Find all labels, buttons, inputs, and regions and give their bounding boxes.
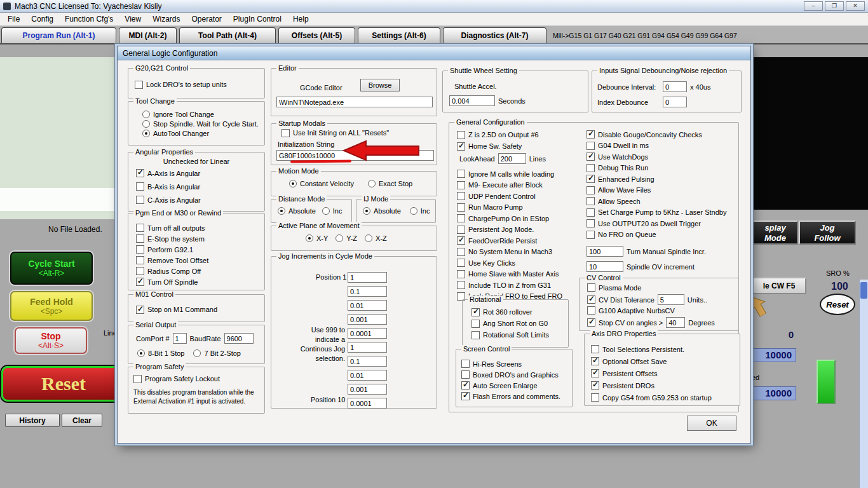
jog-increment-input-5[interactable] — [348, 328, 387, 339]
clear-button[interactable]: Clear — [62, 414, 102, 427]
checkbox-program-safety-lockout[interactable]: Program Safety Lockout — [133, 374, 220, 384]
checkbox-udp-pendent-control[interactable]: UDP Pendent Control — [457, 191, 562, 202]
jog-follow-button[interactable]: Jog Follow — [799, 220, 856, 245]
shuttle-accel-input[interactable] — [449, 95, 495, 106]
lookahead-input[interactable] — [498, 153, 526, 164]
jog-increment-input-6[interactable] — [348, 342, 387, 353]
menu-help[interactable]: Help — [287, 15, 315, 24]
menu-config[interactable]: Config — [25, 15, 59, 24]
scrollbar-thumb[interactable] — [860, 282, 867, 299]
spindle-cw-button[interactable]: le CW F5 — [752, 278, 806, 294]
radio-stop-spindle-wait-for-cycle-start[interactable]: Stop Spindle. Wait for Cycle Start. — [142, 119, 259, 128]
checkbox-persistent-jog-mode[interactable]: Persistent Jog Mode. — [457, 224, 562, 236]
radio-exact-stop[interactable]: Exact Stop — [368, 180, 412, 187]
display-mode-button[interactable]: splay Mode — [752, 220, 798, 245]
editor-path-input[interactable] — [276, 97, 433, 107]
menu-wizards[interactable]: Wizards — [147, 15, 186, 24]
checkbox-optional-offset-save[interactable]: Optional Offset Save — [591, 355, 712, 367]
menu-view[interactable]: View — [119, 15, 147, 24]
spindle-speed-slider[interactable] — [817, 360, 836, 404]
checkbox-turn-off-all-outputs[interactable]: Turn off all outputs — [136, 222, 208, 233]
checkbox-cv-dist-tolerance[interactable]: CV Dist Tolerance Units.. — [587, 294, 707, 305]
checkbox-z-is-2-5d-on-output-6[interactable]: Z is 2.5D on Output #6 — [457, 129, 539, 140]
checkbox-g100-adaptive-nurbscv[interactable]: G100 Adaptive NurbsCV — [587, 306, 675, 315]
checkbox-use-init-string-on-all-resets[interactable]: Use Init String on ALL "Resets" — [281, 128, 389, 138]
dro-value-mid[interactable]: 10000 — [752, 348, 796, 362]
checkbox-stop-cv-on-angles[interactable]: Stop CV on angles > Degrees — [587, 317, 715, 328]
checkbox-debug-this-run[interactable]: Debug This Run — [587, 163, 726, 174]
close-icon[interactable]: ✕ — [846, 1, 865, 11]
checkbox-allow-speech[interactable]: Allow Speech — [587, 196, 726, 207]
radio-7-bit-2-stop[interactable]: 7 Bit 2-Stop — [193, 349, 240, 357]
radio-ignore-tool-change[interactable]: Ignore Tool Change — [142, 109, 259, 119]
feed-hold-button[interactable]: Feed Hold <Spc> — [10, 291, 93, 321]
checkbox-use-key-clicks[interactable]: Use Key Clicks — [457, 257, 562, 269]
radio-inc[interactable]: Inc — [322, 207, 342, 215]
jog-increment-input-3[interactable] — [348, 300, 387, 311]
radio-x-z[interactable]: X-Z — [365, 234, 387, 242]
radio-8-bit-1-stop[interactable]: 8-Bit 1 Stop — [137, 349, 184, 357]
dialog-titlebar[interactable]: General Logic Configuration — [118, 46, 750, 60]
jog-increment-input-4[interactable] — [348, 314, 387, 325]
checkbox-hi-res-screens[interactable]: Hi-Res Screens — [461, 358, 560, 369]
checkbox-use-output20-as-dwell-trigger[interactable]: Use OUTPUT20 as Dwell Trigger — [587, 218, 726, 229]
checkbox-allow-wave-files[interactable]: Allow Wave Files — [587, 185, 726, 196]
checkbox-b-axis-is-angular[interactable]: B-Axis is Angular — [136, 180, 201, 193]
stop-button[interactable]: Stop <Alt-S> — [15, 327, 87, 354]
checkbox-radius-comp-off[interactable]: Radius Comp Off — [136, 266, 208, 276]
tab-settings[interactable]: Settings (Alt-6) — [358, 27, 440, 43]
checkbox-rotational-soft-limits[interactable]: Rotational Soft Limits — [471, 329, 549, 341]
checkbox-rot-360-rollover[interactable]: Rot 360 rollover — [471, 306, 549, 318]
checkbox-flash-errors-and-comments[interactable]: Flash Errors and comments. — [461, 391, 560, 402]
comport-input[interactable] — [173, 333, 187, 344]
dro-value-top[interactable]: 0 — [752, 329, 794, 340]
checkbox-auto-screen-enlarge[interactable]: Auto Screen Enlarge — [461, 380, 560, 391]
radio-y-z[interactable]: Y-Z — [336, 234, 357, 242]
radio-autotool-changer[interactable]: AutoTool Changer — [142, 128, 259, 138]
tab-tool-path[interactable]: Tool Path (Alt-4) — [179, 27, 276, 43]
ok-button[interactable]: OK — [687, 416, 736, 431]
maximize-icon[interactable]: ❐ — [825, 1, 844, 11]
cv-dist-tolerance-input[interactable] — [658, 294, 684, 305]
jog-increment-input-2[interactable] — [348, 286, 387, 297]
checkbox-enhanced-pulsing[interactable]: Enhanced Pulsing — [587, 173, 726, 185]
radio-x-y[interactable]: X-Y — [306, 234, 328, 242]
index-debounce-input[interactable] — [663, 97, 687, 107]
checkbox-e-stop-the-system[interactable]: E-Stop the system — [136, 233, 208, 244]
checkbox-ang-short-rot-on-g0[interactable]: Ang Short Rot on G0 — [471, 318, 549, 329]
jog-increment-input-8[interactable] — [348, 370, 387, 381]
window-titlebar[interactable]: Mach3 CNC Licensed To: Vyacheslav Kisliy… — [0, 0, 868, 13]
radio-absolute[interactable]: Absolute — [363, 207, 401, 215]
radio-constant-velocity[interactable]: Constant Velocity — [289, 180, 354, 187]
radio-inc[interactable]: Inc — [410, 207, 430, 215]
right-scrollbar[interactable] — [859, 280, 868, 488]
checkbox-include-tlo-in-z-from-g31[interactable]: Include TLO in Z from G31 — [457, 280, 562, 291]
checkbox-tool-selections-persistent[interactable]: Tool Selections Persistent. — [591, 343, 712, 355]
minimize-icon[interactable]: – — [804, 1, 823, 11]
checkbox-persistent-offsets[interactable]: Persistent Offsets — [591, 367, 712, 379]
checkbox-run-macro-pump[interactable]: Run Macro Pump — [457, 202, 562, 214]
radio-absolute[interactable]: Absolute — [278, 207, 316, 215]
checkbox-turn-off-spindle[interactable]: Turn Off Spindle — [136, 276, 208, 287]
menu-operator[interactable]: Operator — [186, 15, 227, 24]
tab-diagnostics[interactable]: Diagnostics (Alt-7) — [443, 27, 546, 43]
baudrate-input[interactable] — [224, 333, 254, 344]
checkbox-c-axis-is-angular[interactable]: C-Axis is Angular — [136, 193, 201, 207]
checkbox-stop-on-m1-command[interactable]: Stop on M1 Command — [136, 304, 217, 315]
jog-increment-input-10[interactable] — [348, 398, 387, 409]
checkbox-lock-dro-s-to-setup-units[interactable]: Lock DRO's to setup units — [135, 79, 227, 90]
checkbox-disable-gouge-concavity-checks[interactable]: Disable Gouge/Concavity Checks — [587, 129, 726, 140]
cycle-start-button[interactable]: Cycle Start <Alt-R> — [10, 252, 93, 285]
checkbox-a-axis-is-angular[interactable]: A-Axis is Angular — [136, 166, 201, 180]
checkbox-plasma-mode[interactable]: Plasma Mode — [587, 283, 641, 292]
checkbox-home-slave-with-master-axis[interactable]: Home Slave with Master Axis — [457, 269, 562, 280]
checkbox-no-system-menu-in-mach3[interactable]: No System Menu in Mach3 — [457, 247, 562, 258]
menu-file[interactable]: File — [2, 15, 25, 24]
jog-increment-input-9[interactable] — [348, 384, 387, 395]
checkbox-feedoverride-persist[interactable]: FeedOverRide Persist — [457, 235, 562, 247]
checkbox-ignore-m-calls-while-loading[interactable]: Ignore M calls while loading — [457, 168, 562, 180]
tab-mdi[interactable]: MDI (Alt-2) — [119, 27, 177, 43]
debounce-interval-input[interactable] — [663, 81, 687, 92]
menu-plugin-control[interactable]: PlugIn Control — [227, 15, 287, 24]
checkbox-perform-g92-1[interactable]: Perform G92.1 — [136, 244, 208, 255]
